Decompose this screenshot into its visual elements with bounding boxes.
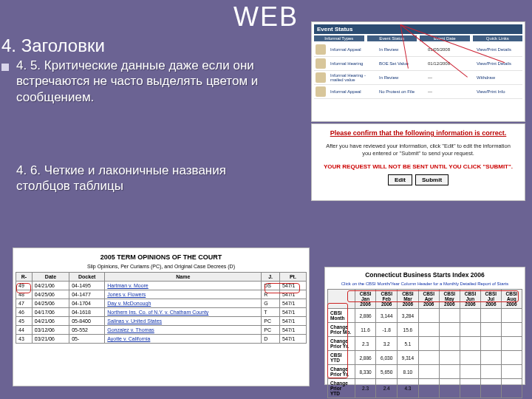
col-quick-links: Quick Links xyxy=(473,35,523,41)
biz-subtitle: Click on the CBSI Month/Year Column Head… xyxy=(327,282,522,286)
paragraph-4-6: 4. 6. Четкие и лаконичные названия столб… xyxy=(16,163,267,194)
biz-col-header xyxy=(328,290,355,309)
table-row: CBSI Month2,8863,1443,284 xyxy=(328,309,522,323)
confirm-body: After you have reviewed your information… xyxy=(323,143,514,157)
table-row: 4303/21/0605-Ayotte v. CaliforniaD547/1 xyxy=(16,335,307,344)
biz-col-header: CBSI Mar 2006 xyxy=(398,290,419,309)
confirm-title: Please confirm that the following inform… xyxy=(314,129,522,137)
table-row: Change Prior Yr.2.33.25.1 xyxy=(328,337,522,351)
table-row: Change Prior Yr.8,3305,6508.10 xyxy=(328,365,522,379)
biz-col-header: CBSI Apr 2006 xyxy=(418,290,439,309)
paragraph-4-5: 4. 5. Критические данные даже если они в… xyxy=(16,58,282,105)
event-status-row: Informal Hearing - mailed valueIn Review… xyxy=(314,71,522,85)
court-table: R-DateDocketNameJ.Pt. 4904/21/0604-1495H… xyxy=(16,272,307,344)
event-status-row: Informal HearingBOE Set Value01/12/2008V… xyxy=(314,57,522,71)
court-col-header: Name xyxy=(105,273,262,282)
screenshot-event-status: Event Status Informal Types Event Status… xyxy=(312,22,525,121)
cell: — xyxy=(428,89,474,94)
cell: Informal Hearing - mailed value xyxy=(330,73,376,82)
cell: View/Print Details xyxy=(477,47,522,52)
biz-title: Connecticut Business Starts Index 2006 xyxy=(327,271,522,279)
biz-table: CBSI Jan 2006CBSI Feb 2006CBSI Mar 2006C… xyxy=(327,289,522,398)
court-subtitle: Slip Opinions, Per Curiams (PC), and Ori… xyxy=(16,264,307,269)
table-row: Change Prior YTD2.32.44.3 xyxy=(328,379,522,398)
cell: Withdraw xyxy=(477,75,522,80)
biz-col-header: CBSI May 2006 xyxy=(439,290,460,309)
screenshot-business-index: Connecticut Business Starts Index 2006 C… xyxy=(325,267,525,384)
biz-col-header: CBSI Aug 2006 xyxy=(501,290,522,309)
cell: Informal Appeal xyxy=(330,47,376,52)
table-row: 4403/12/0605-552Gonzalez v. ThomasPC547/… xyxy=(16,326,307,335)
col-informal-types: Informal Types xyxy=(314,35,364,41)
screenshot-court-opinions: 2005 TERM OPINIONS OF THE COURT Slip Opi… xyxy=(13,248,309,386)
table-row: CBSI YTD2,8866,0309,314 xyxy=(328,351,522,365)
person-icon xyxy=(316,72,326,83)
table-row: 4804/25/0604-1477Jones v. FlowersR547/1 xyxy=(16,290,307,299)
court-col-header: Date xyxy=(32,273,69,282)
table-row: Change Prior Mo.11.6-1.815.6 xyxy=(328,323,522,337)
event-status-header: Event Status xyxy=(314,24,522,34)
court-col-header: Pt. xyxy=(279,273,306,282)
person-icon xyxy=(316,44,326,55)
table-row: 4904/21/0604-1495Hartman v. MooreDS547/1 xyxy=(16,282,307,290)
biz-col-header: CBSI Jun 2006 xyxy=(460,290,480,309)
court-col-header: J. xyxy=(262,273,280,282)
event-status-row: Informal AppealNo Protest on File—View/P… xyxy=(314,85,522,99)
table-row: 4604/17/0604-1618Northern Ins. Co. of N.… xyxy=(16,308,307,317)
cell: View/Print Details xyxy=(477,61,522,66)
event-status-row: Informal AppealIn Review01/05/2008View/P… xyxy=(314,43,522,57)
person-icon xyxy=(316,58,326,69)
biz-col-header: CBSI Jul 2006 xyxy=(481,290,502,309)
biz-col-header: CBSI Jan 2006 xyxy=(355,290,376,309)
cell: In Review xyxy=(379,47,425,52)
cell: Informal Appeal xyxy=(330,89,376,94)
edit-button[interactable]: Edit xyxy=(388,174,412,185)
biz-col-header: CBSI Feb 2006 xyxy=(376,290,398,309)
cell: Informal Hearing xyxy=(330,61,376,66)
court-col-header: Docket xyxy=(69,273,105,282)
table-row: 4504/21/0605-8400Salinas v. United State… xyxy=(16,317,307,326)
cell: BOE Set Value xyxy=(379,61,425,66)
court-title: 2005 TERM OPINIONS OF THE COURT xyxy=(16,253,307,261)
submit-button[interactable]: Submit xyxy=(415,174,449,185)
col-event-status: Event Status xyxy=(367,35,417,41)
cell: View/Print Info xyxy=(477,89,522,94)
bullet-icon xyxy=(1,64,9,71)
table-row: 4704/25/0604-1704Day v. McDonoughG547/1 xyxy=(16,299,307,308)
confirm-warning: YOUR REQUEST WILL NOT BE SENT UNTIL YOU … xyxy=(314,163,522,170)
person-icon xyxy=(316,86,326,97)
court-col-header: R- xyxy=(16,273,33,282)
cell: No Protest on File xyxy=(379,89,425,94)
cell: In Review xyxy=(379,75,425,80)
screenshot-confirm: Please confirm that the following inform… xyxy=(312,124,525,200)
